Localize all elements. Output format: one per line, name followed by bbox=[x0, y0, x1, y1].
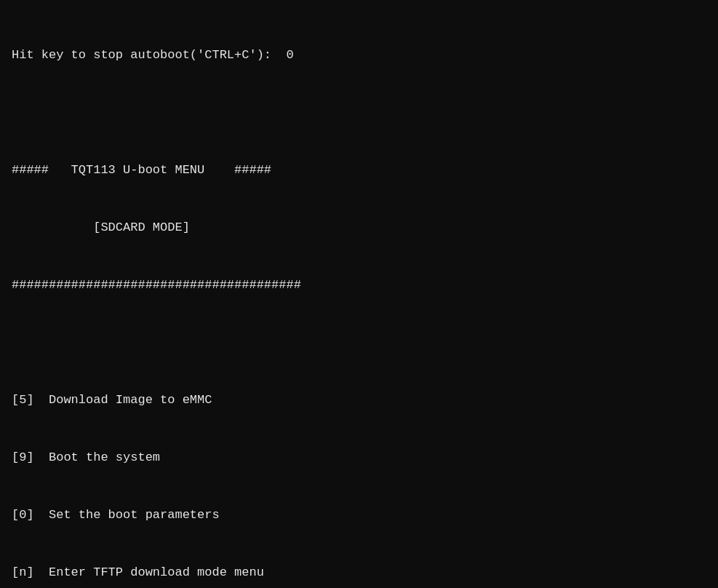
line-blank2 bbox=[12, 333, 706, 352]
line-menu-top: ##### TQT113 U-boot MENU ##### bbox=[12, 161, 706, 180]
line-autoboot: Hit key to stop autoboot('CTRL+C'): 0 bbox=[12, 46, 706, 65]
line-opt9: [9] Boot the system bbox=[12, 448, 706, 467]
line-opt0: [0] Set the boot parameters bbox=[12, 506, 706, 525]
line-sdcard: [SDCARD MODE] bbox=[12, 218, 706, 237]
terminal-window: Hit key to stop autoboot('CTRL+C'): 0 ##… bbox=[0, 0, 718, 588]
line-opt5: [5] Download Image to eMMC bbox=[12, 391, 706, 410]
line-blank1 bbox=[12, 103, 706, 122]
line-hash: ####################################### bbox=[12, 276, 706, 295]
line-optn: [n] Enter TFTP download mode menu bbox=[12, 563, 706, 582]
